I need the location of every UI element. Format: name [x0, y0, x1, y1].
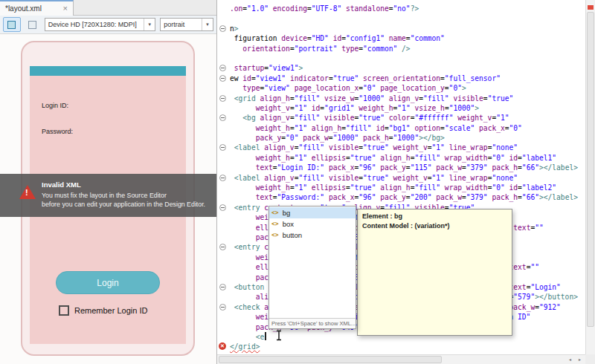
gutter	[217, 312, 230, 322]
code-line[interactable]: <grid align_h="fill" vsize_w="1000" alig…	[217, 94, 585, 103]
code-line[interactable]: weight_h="1" ellipsis="true" align_h="fi…	[217, 153, 585, 163]
code-line[interactable]: .on="1.0" encoding="UTF-8" standalone="n…	[217, 4, 585, 13]
fold-collapse-icon[interactable]	[219, 95, 226, 102]
fold-collapse-icon[interactable]	[219, 65, 226, 71]
code-line[interactable]: startup="view1">	[217, 63, 585, 73]
gutter	[217, 123, 230, 133]
code-line[interactable]: <bg align_v="fill" visible="true" color=…	[217, 113, 585, 123]
completion-item-button[interactable]: <>button	[269, 230, 356, 241]
code-line[interactable]: orientation="portrait" type="common" />	[217, 44, 585, 53]
fold-collapse-icon[interactable]	[219, 75, 226, 82]
close-icon[interactable]: ×	[63, 4, 68, 13]
device-select[interactable]: Device HD [720X1280: MDPI] ▼	[45, 18, 155, 31]
design-canvas[interactable]: Login ID: Password: Login Remember Login…	[0, 34, 216, 364]
vertical-scrollbar[interactable]	[585, 0, 595, 354]
gutter: ✕	[217, 342, 230, 351]
tab-layout-xml[interactable]: *layout.xml ×	[0, 0, 74, 16]
code-line[interactable]	[217, 13, 585, 23]
gutter	[217, 282, 230, 292]
code-text	[230, 53, 234, 63]
fold-collapse-icon[interactable]	[219, 304, 226, 311]
code-line[interactable]: text="Password:" pack_x="96" pack_y="200…	[217, 192, 585, 202]
fold-collapse-icon[interactable]	[219, 284, 226, 290]
completion-item-label: button	[283, 231, 302, 239]
code-line[interactable]: weight_v="1" id="grid1" weight_h="1" vsi…	[217, 103, 585, 113]
gutter	[217, 44, 230, 53]
vertical-scrollbar-thumb[interactable]	[587, 12, 594, 327]
gutter	[217, 233, 230, 242]
code-text	[230, 13, 234, 23]
gutter	[217, 24, 230, 33]
selection-box-tool-button[interactable]	[24, 17, 42, 32]
pointer-tool-button[interactable]	[3, 17, 21, 32]
ui-builder-window: *layout.xml × Device HD [720X1280: MDPI]…	[0, 0, 595, 364]
gutter	[217, 242, 230, 252]
text-caret	[265, 332, 266, 340]
chevron-down-icon[interactable]: ▼	[144, 19, 152, 30]
code-line[interactable]: <label align_v="fill" visible="true" wei…	[217, 143, 585, 152]
fold-collapse-icon[interactable]	[219, 25, 226, 32]
code-text: <grid align_h="fill" vsize_w="1000" alig…	[230, 94, 513, 103]
completion-item-label: bg	[283, 209, 291, 217]
code-line[interactable]: type="view" page_location_x="0" page_loc…	[217, 83, 585, 93]
code-text: weight_h="1" align_h="fill" id="bg1" opt…	[230, 123, 522, 133]
chevron-down-icon[interactable]: ▼	[202, 19, 210, 30]
fold-collapse-icon[interactable]	[219, 144, 226, 151]
completion-item-label: box	[283, 220, 294, 228]
code-line[interactable]: weight_h="1" align_h="fill" id="bg1" opt…	[217, 123, 585, 133]
code-text: weight_h="1" ellipsis="true" align_h="fi…	[230, 153, 556, 163]
completion-item-bg[interactable]: <>bg	[269, 207, 356, 218]
code-text: <label align_v="fill" visible="true" wei…	[230, 143, 518, 152]
remember-checkbox[interactable]	[59, 305, 69, 316]
code-line[interactable]: pack_y="0" pack_w="1000" pack_h="1000"><…	[217, 133, 585, 143]
fold-collapse-icon[interactable]	[219, 244, 226, 250]
gutter	[217, 13, 230, 23]
scroll-left-icon[interactable]: ◂	[565, 355, 575, 364]
gutter	[217, 163, 230, 172]
error-marker-icon[interactable]: ✕	[219, 342, 226, 350]
pointer-tool-icon	[7, 21, 16, 29]
code-line[interactable]: ew id="view1" indicator="true" screen_or…	[217, 74, 585, 83]
gutter	[217, 83, 230, 93]
orientation-select[interactable]: portrait ▼	[160, 18, 213, 31]
fold-collapse-icon[interactable]	[219, 175, 226, 181]
password-label[interactable]: Password:	[42, 128, 73, 135]
code-line[interactable]: text="Login ID:" pack_x="96" pack_y="115…	[217, 163, 585, 172]
gutter	[217, 133, 230, 143]
fold-collapse-icon[interactable]	[219, 114, 226, 121]
gutter	[217, 103, 230, 113]
gutter	[217, 223, 230, 233]
code-line[interactable]	[217, 53, 585, 63]
gutter	[217, 113, 230, 123]
xml-element-icon: <>	[271, 221, 279, 227]
code-line[interactable]: figuration device="HD" id="config1" name…	[217, 33, 585, 43]
scroll-right-icon[interactable]: ▸	[575, 355, 585, 364]
remember-checkbox-row[interactable]: Remember Login ID	[59, 305, 147, 316]
login-button[interactable]: Login	[56, 271, 160, 294]
content-assist-hint: Press 'Ctrl+Space' to show XML...	[269, 318, 356, 328]
code-line[interactable]: <label align_v="fill" visible="true" wei…	[217, 173, 585, 183]
gutter	[217, 173, 230, 183]
gutter	[217, 94, 230, 103]
element-info-tooltip: Element : bg Content Model : (variation*…	[357, 209, 512, 336]
code-text: type="view" page_location_x="0" page_loc…	[230, 83, 466, 93]
source-editor[interactable]: .on="1.0" encoding="UTF-8" standalone="n…	[216, 0, 595, 364]
code-line[interactable]: n>	[217, 24, 585, 33]
code-line[interactable]: ✕</grid>	[217, 342, 585, 351]
horizontal-scrollbar-thumb[interactable]	[219, 356, 442, 363]
selection-box-tool-icon	[28, 21, 36, 29]
gutter	[217, 192, 230, 202]
code-text: n>	[230, 24, 239, 33]
overlay-message-line2: before you can edit your application in …	[42, 201, 205, 208]
orientation-select-value: portrait	[164, 21, 184, 28]
login-id-label[interactable]: Login ID:	[42, 102, 68, 109]
code-text: .on="1.0" encoding="UTF-8" standalone="n…	[230, 4, 419, 13]
gutter	[217, 63, 230, 73]
completion-item-box[interactable]: <>box	[269, 218, 356, 230]
gutter	[217, 183, 230, 192]
horizontal-scrollbar[interactable]: ◂ ▸	[217, 354, 585, 364]
error-overview-marker[interactable]	[588, 5, 594, 10]
fold-collapse-icon[interactable]	[219, 204, 226, 211]
code-line[interactable]: weight_h="1" ellipsis="true" align_h="fi…	[217, 183, 585, 192]
device-select-value: Device HD [720X1280: MDPI]	[48, 21, 137, 28]
